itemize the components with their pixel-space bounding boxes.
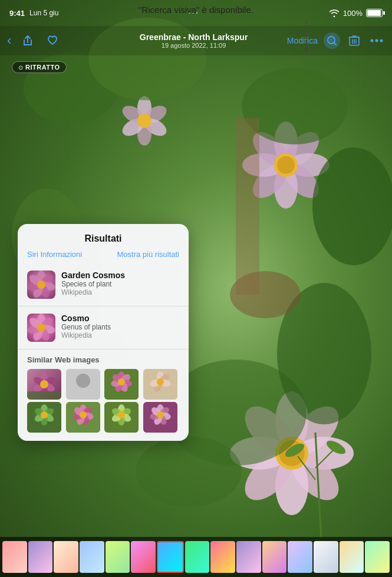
svg-point-113 (80, 411, 87, 418)
film-thumb-11[interactable] (262, 541, 287, 573)
svg-point-53 (375, 39, 378, 42)
time: 9:41 (9, 9, 25, 18)
more-results-link[interactable]: Mostra più risultati (117, 250, 179, 259)
similar-thumb-1[interactable] (27, 369, 61, 400)
battery-fill (367, 10, 381, 16)
day: Lun 5 giu (29, 9, 58, 17)
film-thumb-1[interactable] (2, 541, 27, 573)
film-thumb-9[interactable] (210, 541, 235, 573)
visual-search-button[interactable] (324, 32, 340, 49)
edit-button[interactable]: Modifica (287, 36, 318, 45)
result-type-2: Genus of plants (61, 323, 111, 331)
svg-point-130 (157, 411, 164, 418)
svg-point-104 (41, 411, 48, 418)
svg-point-54 (380, 39, 383, 42)
share-button[interactable] (19, 32, 36, 49)
svg-point-52 (371, 39, 374, 42)
film-thumb-3[interactable] (54, 541, 78, 573)
battery-percent: 100% (343, 9, 363, 18)
svg-point-35 (312, 147, 392, 265)
delete-button[interactable] (346, 32, 363, 49)
more-button[interactable] (368, 32, 385, 49)
result-name-2: Cosmo (61, 314, 111, 323)
divider-2 (18, 349, 189, 350)
svg-point-89 (118, 378, 125, 385)
result-thumb-1 (27, 271, 55, 299)
status-dots: ··· (188, 8, 199, 18)
film-thumb-13[interactable] (314, 541, 338, 573)
similar-thumb-2[interactable] (66, 369, 100, 400)
film-thumb-15[interactable] (365, 541, 390, 573)
similar-thumb-5[interactable] (27, 402, 61, 433)
portrait-label: RITRATTO (25, 64, 60, 71)
film-thumb-7[interactable] (157, 541, 184, 573)
similar-grid (18, 369, 189, 433)
status-right: 100% (329, 9, 383, 18)
nav-right: Modifica (287, 32, 385, 49)
tooltip-arrow (306, 21, 307, 50)
nav-title: Greenbrae - North Larkspur (100, 32, 287, 42)
result-source-1: Wikipedia (61, 288, 125, 296)
svg-point-77 (40, 380, 48, 388)
results-panel: Risultati Siri Informazioni Mostra più r… (18, 224, 189, 441)
svg-point-121 (118, 411, 125, 418)
nav-bar: ‹ Greenbrae - North Larkspur 19 agosto 2… (0, 26, 392, 55)
siri-info-link[interactable]: Siri Informazioni (27, 250, 82, 259)
film-thumb-6[interactable] (131, 541, 156, 573)
svg-point-62 (37, 281, 45, 289)
svg-line-45 (334, 43, 337, 45)
heart-icon (47, 35, 58, 47)
nav-center: Greenbrae - North Larkspur 19 agosto 202… (100, 32, 287, 49)
similar-thumb-6[interactable] (66, 402, 100, 433)
portrait-icon: ⊙ (18, 64, 23, 71)
film-thumb-10[interactable] (236, 541, 261, 573)
film-thumb-14[interactable] (340, 541, 364, 573)
svg-rect-78 (27, 391, 61, 400)
similar-thumb-3[interactable] (104, 369, 139, 400)
divider-1 (18, 306, 189, 306)
similar-label: Similar Web images (18, 352, 189, 369)
result-name-1: Garden Cosmos (61, 271, 125, 280)
film-thumb-4[interactable] (80, 541, 104, 573)
result-source-2: Wikipedia (61, 331, 111, 339)
favorite-button[interactable] (44, 32, 61, 49)
result-text-2: Cosmo Genus of plants Wikipedia (61, 314, 111, 339)
filmstrip[interactable] (0, 537, 392, 577)
portrait-badge: ⊙ RITRATTO (12, 61, 67, 73)
result-text-1: Garden Cosmos Species of plant Wikipedia (61, 271, 125, 296)
result-type-1: Species of plant (61, 280, 125, 288)
status-bar: 9:41 Lun 5 giu ··· 100% (0, 0, 392, 26)
film-thumb-2[interactable] (28, 541, 53, 573)
film-thumb-8[interactable] (185, 541, 210, 573)
status-left: 9:41 Lun 5 giu (9, 9, 58, 18)
film-thumb-5[interactable] (106, 541, 130, 573)
nav-left: ‹ (7, 32, 100, 49)
svg-point-96 (157, 378, 164, 385)
film-thumb-12[interactable] (288, 541, 312, 573)
similar-thumb-4[interactable] (143, 369, 177, 400)
wifi-icon (329, 9, 340, 17)
svg-point-40 (136, 436, 242, 507)
share-icon (22, 35, 34, 47)
svg-point-44 (330, 38, 333, 42)
similar-thumb-7[interactable] (104, 402, 139, 433)
back-button[interactable]: ‹ (7, 33, 11, 48)
ellipsis-icon (370, 38, 383, 43)
svg-point-80 (76, 374, 90, 388)
result-item-1[interactable]: Garden Cosmos Species of plant Wikipedia (18, 266, 189, 304)
results-title: Risultati (18, 233, 189, 244)
similar-thumb-8[interactable] (143, 402, 177, 433)
result-item-2[interactable]: Cosmo Genus of plants Wikipedia (18, 309, 189, 347)
trash-icon (349, 35, 360, 47)
result-thumb-2 (27, 314, 55, 342)
nav-subtitle: 19 agosto 2022, 11:09 (100, 42, 287, 49)
results-row-links: Siri Informazioni Mostra più risultati (18, 250, 189, 259)
svg-rect-42 (236, 118, 259, 295)
svg-point-70 (37, 324, 45, 332)
visual-search-icon (326, 35, 338, 47)
battery-icon (366, 9, 383, 17)
